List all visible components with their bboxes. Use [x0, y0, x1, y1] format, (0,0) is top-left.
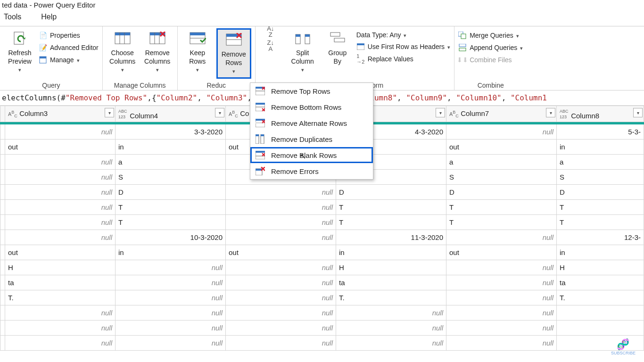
svg-rect-41: [261, 134, 264, 136]
sort-button[interactable]: A↓ZZ↓A: [259, 28, 282, 51]
svg-rect-33: [256, 103, 265, 105]
svg-rect-20: [305, 34, 310, 37]
subscribe-watermark: 🧬 SUBSCRIBE: [611, 338, 636, 355]
filter-icon[interactable]: ▾: [546, 108, 555, 117]
filter-icon[interactable]: ▾: [436, 108, 445, 117]
properties-icon: 📄: [39, 31, 47, 40]
combine-files-button[interactable]: ⬇⬇ Combine Files: [458, 55, 523, 65]
remove-duplicates-item[interactable]: Remove Duplicates: [250, 131, 373, 147]
svg-rect-19: [296, 34, 300, 37]
table-row[interactable]: nullTnullTTT: [0, 215, 644, 230]
combine-files-icon: ⬇⬇: [458, 56, 467, 64]
keep-rows-icon: [189, 30, 206, 47]
remove-columns-icon: [149, 30, 166, 47]
data-type-button[interactable]: Data Type: Any: [356, 30, 450, 40]
remove-rows-button[interactable]: Remove Rows: [216, 28, 251, 79]
append-icon: [458, 43, 467, 52]
sort-icon: A↓ZZ↓A: [262, 30, 279, 47]
svg-rect-28: [459, 48, 466, 51]
replace-values-button[interactable]: 1→2 Replace Values: [356, 54, 450, 64]
table-row[interactable]: nullnullnullnullnull: [0, 336, 644, 351]
filter-icon[interactable]: ▾: [105, 108, 114, 117]
remove-blank-rows-item[interactable]: Remove Blank Rows: [250, 147, 373, 163]
ribbon: Refresh Preview 📄 Properties 📝 Advanced …: [0, 26, 644, 90]
manage-button[interactable]: Manage: [39, 55, 99, 65]
group-by-icon: [329, 30, 346, 47]
column-header[interactable]: ABC Column3▾: [5, 106, 116, 122]
first-row-headers-button[interactable]: Use First Row as Headers: [356, 41, 450, 52]
column-header[interactable]: ABC Column7▾: [446, 106, 557, 122]
table-row[interactable]: null10-3-2020null11-3-2020null12-3-: [0, 230, 644, 245]
mouse-cursor: ↖: [300, 152, 306, 161]
remove-errors-item[interactable]: Remove Errors: [250, 163, 373, 179]
column-header[interactable]: ABC123 Column8▾: [557, 106, 644, 122]
filter-icon[interactable]: ▾: [215, 108, 224, 117]
split-column-button[interactable]: Split Column: [287, 28, 319, 76]
window-title: ted data - Power Query Editor: [0, 0, 644, 10]
properties-button[interactable]: 📄 Properties: [39, 30, 99, 41]
headers-icon: [356, 42, 365, 51]
svg-rect-0: [14, 32, 24, 44]
split-column-icon: [294, 30, 311, 47]
advanced-editor-icon: 📝: [39, 43, 47, 52]
advanced-editor-button[interactable]: 📝 Advanced Editor: [39, 42, 99, 53]
svg-rect-36: [256, 119, 265, 121]
remove-alternate-rows-item[interactable]: Remove Alternate Rows: [250, 115, 373, 131]
svg-rect-26: [461, 34, 466, 39]
manage-columns-group-label: Manage Columns: [107, 81, 173, 89]
table-row[interactable]: nullnullnullnullnull: [0, 305, 644, 321]
manage-icon: [39, 56, 47, 64]
remove-alt-icon: [255, 118, 265, 128]
remove-rows-icon: [225, 32, 242, 49]
remove-rows-dropdown: Remove Top Rows Remove Bottom Rows Remov…: [250, 82, 373, 180]
table-row[interactable]: nullTnullTTT: [0, 200, 644, 215]
remove-errors-icon: [255, 166, 265, 176]
refresh-preview-button[interactable]: Refresh Preview: [4, 28, 36, 76]
combine-group-label: Combine: [458, 81, 523, 89]
remove-top-icon: [255, 86, 265, 96]
choose-columns-button[interactable]: Choose Columns: [107, 28, 139, 76]
table-row[interactable]: HnullnullHnullH: [0, 260, 644, 275]
svg-rect-37: [256, 122, 265, 123]
append-queries-button[interactable]: Append Queries: [458, 42, 523, 53]
remove-bottom-rows-item[interactable]: Remove Bottom Rows: [250, 99, 373, 115]
svg-rect-24: [357, 43, 364, 45]
refresh-icon: [11, 30, 28, 47]
svg-rect-4: [115, 33, 130, 35]
menu-help[interactable]: Help: [41, 13, 57, 21]
remove-dup-icon: [255, 134, 265, 144]
table-row[interactable]: nullDnullDDD: [0, 185, 644, 200]
svg-rect-40: [256, 134, 259, 136]
menu-bar: Tools Help: [0, 10, 644, 26]
table-row[interactable]: tanullnulltanullta: [0, 275, 644, 290]
query-group-label: Query: [4, 81, 99, 89]
keep-rows-button[interactable]: Keep Rows: [182, 28, 214, 76]
menu-tools[interactable]: Tools: [4, 13, 21, 21]
column-header[interactable]: ABC123 Column4▾: [116, 106, 226, 122]
remove-bottom-icon: [255, 102, 265, 112]
table-row[interactable]: nullnullnullnullnull: [0, 321, 644, 336]
remove-top-rows-item[interactable]: Remove Top Rows: [250, 83, 373, 99]
svg-rect-21: [330, 33, 340, 36]
svg-rect-2: [40, 57, 46, 58]
merge-icon: [458, 31, 467, 40]
table-row[interactable]: T.nullnullT.nullT.: [0, 290, 644, 305]
remove-blank-icon: [255, 150, 265, 160]
remove-columns-button[interactable]: Remove Columns: [141, 28, 173, 76]
choose-columns-icon: [114, 30, 131, 47]
svg-rect-12: [190, 33, 205, 35]
reduce-rows-group-label: Reduc: [182, 81, 251, 89]
svg-rect-43: [256, 151, 265, 153]
replace-icon: 1→2: [356, 55, 365, 63]
group-by-button[interactable]: Group By: [322, 28, 354, 67]
merge-queries-button[interactable]: Merge Queries: [458, 30, 523, 41]
table-row[interactable]: outinoutinoutin: [0, 245, 644, 260]
svg-rect-22: [334, 38, 345, 42]
filter-icon[interactable]: ▾: [633, 108, 643, 117]
svg-rect-27: [459, 44, 466, 47]
